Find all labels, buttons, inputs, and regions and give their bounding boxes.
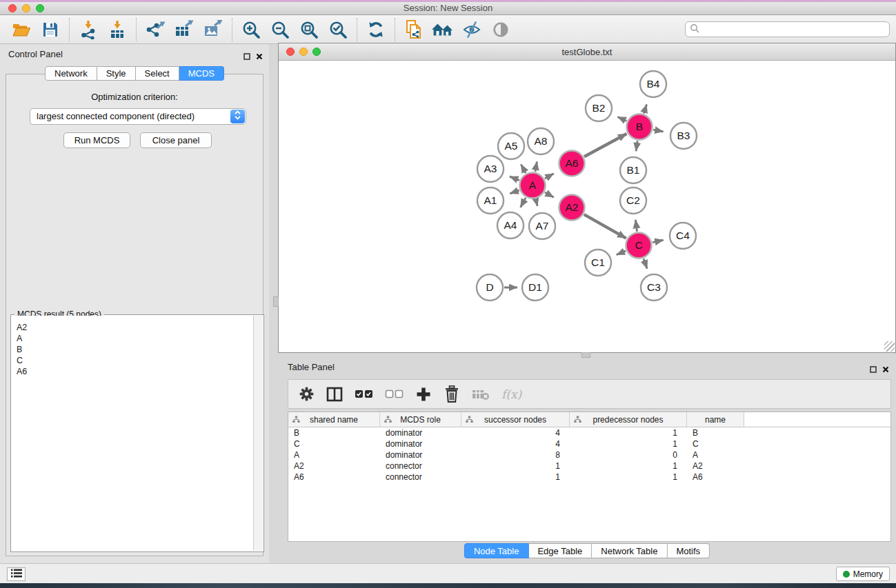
network-window-titlebar[interactable]: testGlobe.txt [279,43,895,61]
export-network-button[interactable] [143,18,168,41]
node-A6[interactable]: A6 [559,151,585,176]
node-C2[interactable]: C2 [620,187,646,214]
import-table-button[interactable] [105,18,130,41]
gear-button[interactable] [298,386,315,402]
tab-mcds[interactable]: MCDS [179,66,224,81]
open-session-button[interactable] [9,18,34,41]
node-B3[interactable]: B3 [670,123,697,149]
network-graph[interactable]: B4B2BB3A5A8A6A3B1AA1C2A2A4A7C4CC1C3DD1 [279,61,895,352]
resize-grip[interactable] [884,341,895,352]
mcds-result-list[interactable]: A2ABCA6 [12,316,252,551]
node-C1[interactable]: C1 [585,250,611,276]
edge-B-B2[interactable] [617,117,626,121]
result-item-a2[interactable]: A2 [17,322,252,333]
network-minimize-button[interactable] [299,48,308,56]
column-header-predecessor-nodes[interactable]: predecessor nodes [570,412,687,427]
column-header-name[interactable]: name [687,412,744,427]
node-A3[interactable]: A3 [477,156,504,182]
node-C3[interactable]: C3 [641,274,667,301]
zoom-fit-button[interactable] [297,18,321,41]
zoom-selected-button[interactable] [326,18,350,41]
edge-A2-C[interactable] [584,214,626,239]
result-scrollbar[interactable] [253,316,263,551]
edge-C-C1[interactable] [617,251,626,255]
edge-C-C2[interactable] [635,220,637,232]
edge-A-A2[interactable] [545,192,554,197]
node-A7[interactable]: A7 [529,213,555,239]
node-B2[interactable]: B2 [586,95,612,121]
edge-A-A6[interactable] [545,174,554,179]
memory-button[interactable]: Memory [836,567,890,581]
network-zoom-button[interactable] [312,48,321,56]
edge-B-B3[interactable] [653,130,664,132]
table-row-a6[interactable]: A6connector11A6 [288,472,890,483]
edge-A-A4[interactable] [521,198,526,207]
node-A8[interactable]: A8 [528,128,554,154]
tab-edge-table[interactable]: Edge Table [528,543,592,558]
deselect-all-button[interactable] [385,389,404,399]
delete-row-button[interactable] [444,385,460,403]
search-input[interactable] [699,22,889,37]
edge-C-C3[interactable] [644,258,647,268]
close-panel-icon[interactable] [256,50,263,63]
edge-B-B4[interactable] [644,105,646,114]
node-A[interactable]: A [520,173,546,199]
table-row-a[interactable]: Adominator80A [288,449,890,460]
task-history-button[interactable] [7,567,26,581]
float-panel-icon[interactable] [243,50,250,63]
export-table-button[interactable] [172,18,197,41]
column-header-shared-name[interactable]: shared name [288,412,380,427]
node-C4[interactable]: C4 [670,223,696,249]
zoom-out-button[interactable] [268,18,292,41]
node-B4[interactable]: B4 [640,71,666,97]
result-item-c[interactable]: C [17,355,252,366]
tab-network[interactable]: Network [45,66,97,81]
zoom-in-button[interactable] [239,18,263,41]
edge-C-C4[interactable] [653,240,664,242]
network-canvas[interactable]: B4B2BB3A5A8A6A3B1AA1C2A2A4A7C4CC1C3DD1 [279,61,895,352]
node-D1[interactable]: D1 [522,274,548,301]
select-all-button[interactable] [355,389,373,399]
show-graphics-details-button[interactable] [488,18,513,41]
network-close-button[interactable] [286,48,295,56]
node-C[interactable]: C [626,233,652,258]
table-float-icon[interactable] [870,363,877,376]
tab-motifs[interactable]: Motifs [667,543,710,558]
edge-A-A5[interactable] [521,164,526,173]
search-box[interactable] [685,21,890,37]
hide-graphics-details-button[interactable] [459,18,484,41]
column-header-MCDS-role[interactable]: MCDS role [380,412,461,427]
table-row-c[interactable]: Cdominator41C [288,438,890,449]
node-B[interactable]: B [627,114,653,140]
table-close-icon[interactable] [882,363,889,376]
run-mcds-button[interactable]: Run MCDS [63,132,130,148]
tab-style[interactable]: Style [97,66,136,81]
save-session-button[interactable] [38,18,63,41]
node-A5[interactable]: A5 [498,133,524,159]
result-item-b[interactable]: B [17,344,252,355]
apply-layout-button[interactable] [364,18,388,41]
home-button[interactable] [430,18,455,41]
export-image-button[interactable] [201,18,226,41]
table-row-a2[interactable]: A2connector11A2 [288,460,890,472]
edge-A6-B[interactable] [584,134,627,156]
column-header-successor-nodes[interactable]: successor nodes [461,412,570,427]
node-D[interactable]: D [477,274,503,301]
node-table[interactable]: shared nameMCDS rolesuccessor nodesprede… [288,412,891,542]
table-row-b[interactable]: Bdominator41B [288,427,890,438]
node-A4[interactable]: A4 [497,212,524,239]
import-network-button[interactable] [76,18,101,41]
edge-A-A7[interactable] [536,199,537,206]
splitter-handle-left[interactable] [273,296,279,307]
add-row-button[interactable] [415,387,432,402]
edge-A-A1[interactable] [510,190,519,194]
column-resize-button[interactable] [326,387,343,402]
node-A1[interactable]: A1 [477,187,504,214]
result-item-a[interactable]: A [17,333,252,344]
node-A2[interactable]: A2 [559,195,585,221]
network-window-controls[interactable] [286,48,321,56]
close-panel-button[interactable]: Close panel [140,132,212,148]
edge-B-B1[interactable] [636,141,637,151]
copy-style-button[interactable] [401,18,426,41]
node-B1[interactable]: B1 [620,157,646,183]
